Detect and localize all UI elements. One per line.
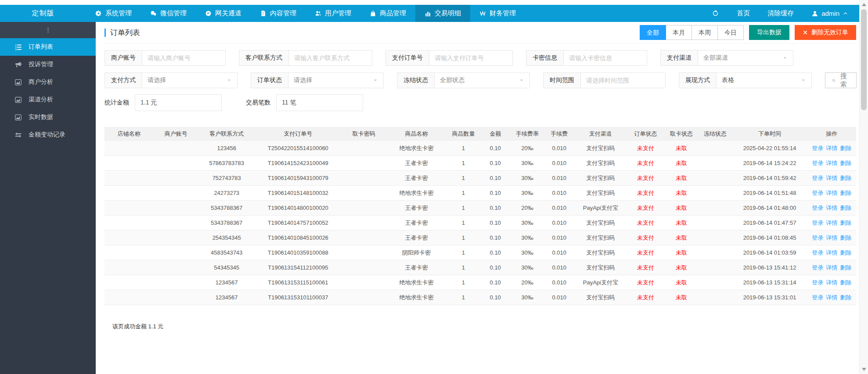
login-link[interactable]: 登录 [812,219,823,226]
delete-link[interactable]: 删除 [840,249,851,256]
nav-item-gateway[interactable]: 网关通道 [196,5,251,22]
cell-product-name: 绝地求生卡密 [386,275,447,290]
sidebar-collapse-handle[interactable] [0,22,96,38]
cell-freeze-status [698,171,732,186]
cell-card-password [341,201,386,216]
sidebar: 订单列表 投诉管理 商户分析 渠道分析 [0,22,96,374]
nav-item-users[interactable]: 用户管理 [306,5,360,22]
details-link[interactable]: 详情 [826,205,837,211]
delete-link[interactable]: 删除 [840,279,851,286]
sidebar-item-channel-analysis[interactable]: 渠道分析 [0,91,96,108]
login-link[interactable]: 登录 [812,175,823,181]
login-link[interactable]: 登录 [812,264,823,271]
nav-item-finance[interactable]: 财务管理 [470,5,525,22]
search-button[interactable]: 搜 索 [825,72,857,88]
details-link[interactable]: 详情 [826,294,837,301]
nav-item-content[interactable]: 内容管理 [251,5,306,22]
range-month-button[interactable]: 本月 [666,25,692,40]
filter-freeze-status: 冻结状态 全部状态 [397,72,530,88]
cell-fee: 0.010 [544,260,574,275]
table-row: 24273273 T190614015148100032 绝地求生卡密 1 0.… [104,186,856,201]
nav-item-goods[interactable]: 商品管理 [360,5,415,22]
delete-link[interactable]: 删除 [840,160,851,166]
delete-link[interactable]: 删除 [840,175,851,181]
cell-actions: 登录详情删除 [807,201,856,216]
payment-order-no-input[interactable] [429,50,512,65]
card-info-input[interactable] [564,50,647,65]
login-link[interactable]: 登录 [812,294,823,301]
details-link[interactable]: 详情 [826,219,837,226]
sidebar-item-amount-change-log[interactable]: 金额变动记录 [0,126,96,144]
merchant-account-input[interactable] [142,50,225,65]
cell-fee: 0.010 [544,186,574,201]
export-data-button[interactable]: 导出数据 [749,25,789,40]
details-link[interactable]: 详情 [826,145,837,151]
nav-item-transactions[interactable]: 交易明细 [415,5,470,22]
refresh-icon[interactable] [712,10,719,17]
cell-fee-rate: 20‰ [510,275,544,290]
cell-order-status: 未支付 [627,141,665,156]
range-all-button[interactable]: 全部 [640,25,666,40]
sidebar-item-merchant-analysis[interactable]: 商户分析 [0,73,96,91]
cell-merchant-account [153,230,198,245]
login-link[interactable]: 登录 [812,160,823,166]
cell-amount: 0.10 [480,216,510,230]
login-link[interactable]: 登录 [812,249,823,256]
sidebar-item-realtime-data[interactable]: 实时数据 [0,108,96,126]
login-link[interactable]: 登录 [812,190,823,196]
details-link[interactable]: 详情 [826,249,837,256]
orders-table: 店铺名称 商户账号 客户联系方式 支付订单号 取卡密码 商品名称 商品数量 金额… [104,127,856,305]
doc-icon [260,10,267,17]
range-today-button[interactable]: 今日 [717,25,744,40]
cell-product-qty: 1 [447,216,480,230]
table-row: 254354345 T190614010845100026 王者卡密 1 0.1… [104,230,856,245]
sidebar-item-order-list[interactable]: 订单列表 [0,38,96,56]
delete-link[interactable]: 删除 [840,264,851,271]
details-link[interactable]: 详情 [826,175,837,181]
order-status-select[interactable]: 请选择 [288,73,383,88]
display-mode-select[interactable]: 表格 [717,73,811,88]
time-range-input[interactable] [581,73,665,88]
cell-store-name [104,141,153,156]
cell-fee-rate: 20‰ [510,201,544,216]
delete-link[interactable]: 删除 [840,145,851,151]
nav-item-label: 用户管理 [325,9,351,18]
pay-channel-select[interactable]: 全部渠道 [698,50,793,65]
scroll-down-arrow[interactable] [862,368,866,371]
login-link[interactable]: 登录 [812,234,823,241]
details-link[interactable]: 详情 [826,234,837,241]
table-row: 123456 T250422015514100060 绝地求生卡密 1 0.10… [104,141,856,156]
cell-order-time: 2019-06-14 01:59:42 [732,171,807,186]
cell-pay-channel: PayApi支付宝 [574,201,627,216]
pay-method-select[interactable]: 请选择 [142,73,237,88]
details-link[interactable]: 详情 [826,264,837,271]
delete-link[interactable]: 删除 [840,205,851,211]
home-link[interactable]: 首页 [737,9,750,18]
scrollbar-thumb[interactable] [861,9,867,110]
freeze-status-select[interactable]: 全部状态 [435,73,529,88]
login-link[interactable]: 登录 [812,145,823,151]
details-link[interactable]: 详情 [826,160,837,166]
vertical-scrollbar[interactable] [859,0,868,374]
cell-order-time: 2019-06-14 01:08:45 [732,230,807,245]
details-link[interactable]: 详情 [826,190,837,196]
delete-link[interactable]: 删除 [840,234,851,241]
nav-item-wechat[interactable]: 微信管理 [141,5,196,22]
delete-invalid-orders-button[interactable]: 删除无效订单 [795,25,856,40]
filter-display-mode: 展现方式 表格 [679,72,812,88]
delete-link[interactable]: 删除 [840,190,851,196]
scroll-up-arrow[interactable] [862,3,866,6]
details-link[interactable]: 详情 [826,279,837,286]
nav-item-system[interactable]: 系统管理 [86,5,141,22]
col-freeze-status: 冻结状态 [698,127,732,141]
customer-contact-input[interactable] [289,50,372,65]
sidebar-item-complaints[interactable]: 投诉管理 [0,56,96,73]
delete-link[interactable]: 删除 [840,294,851,301]
login-link[interactable]: 登录 [812,205,823,211]
range-week-button[interactable]: 本周 [692,25,718,40]
clear-cache-link[interactable]: 清除缓存 [767,9,794,18]
login-link[interactable]: 登录 [812,279,823,286]
user-menu[interactable]: admin [811,10,848,17]
delete-link[interactable]: 删除 [840,219,851,226]
cell-fee: 0.010 [544,290,574,305]
